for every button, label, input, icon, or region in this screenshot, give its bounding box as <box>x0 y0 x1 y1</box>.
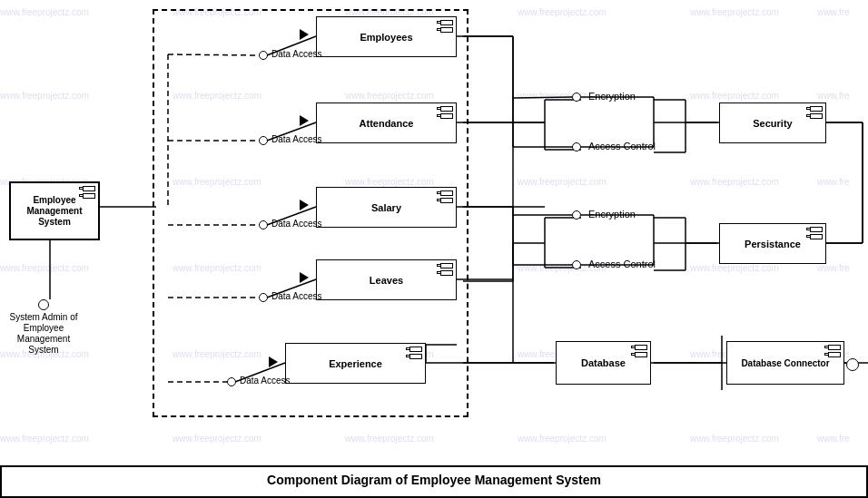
watermark: www.freeprojectz.com <box>518 177 607 187</box>
watermark: www.fre <box>817 91 850 101</box>
system-admin-label: System Admin of Employee Management Syst… <box>7 312 80 356</box>
employees-box: Employees <box>316 16 457 57</box>
title-text: Component Diagram of Employee Management… <box>267 473 601 487</box>
data-access-3-label: Data Access <box>271 219 322 229</box>
encryption-2-label: Encryption <box>588 209 636 220</box>
watermark: www.freeprojectz.com <box>0 434 89 444</box>
employees-label: Employees <box>360 32 412 43</box>
watermark: www.fre <box>817 177 850 187</box>
security-label: Security <box>753 118 792 129</box>
attendance-label: Attendance <box>360 118 414 129</box>
database-connector-label: Database Connector <box>741 358 829 368</box>
watermark: www.fre <box>817 434 850 444</box>
watermark: www.freeprojectz.com <box>0 91 89 101</box>
watermark: www.fre <box>817 7 850 17</box>
leaves-box: Leaves <box>316 259 457 300</box>
watermark: www.freeprojectz.com <box>0 7 89 17</box>
data-access-4-label: Data Access <box>271 291 322 301</box>
database-box: Database <box>556 341 651 385</box>
watermark: www.freeprojectz.com <box>690 7 779 17</box>
attendance-box: Attendance <box>316 103 457 143</box>
salary-label: Salary <box>371 202 401 213</box>
encryption-1-label: Encryption <box>588 91 636 102</box>
experience-arrow <box>269 356 278 367</box>
leaves-label: Leaves <box>370 275 403 286</box>
database-connector-box: Database Connector <box>726 341 844 385</box>
employees-arrow <box>300 29 309 40</box>
diagram-container: www.freeprojectz.com www.freeprojectz.co… <box>0 0 868 498</box>
watermark: www.freeprojectz.com <box>0 263 89 273</box>
watermark: www.freeprojectz.com <box>518 7 607 17</box>
watermark: www.freeprojectz.com <box>345 434 434 444</box>
data-access-1-label: Data Access <box>271 49 322 59</box>
access-control-1-label: Access Control <box>588 141 656 151</box>
access-control-2-label: Access Control <box>588 259 656 269</box>
experience-label: Experience <box>329 358 382 369</box>
persistance-box: Persistance <box>719 223 826 264</box>
db-connector-lollipop <box>846 358 859 371</box>
database-label: Database <box>581 357 626 368</box>
watermark: www.freeprojectz.com <box>690 177 779 187</box>
watermark: www.freeprojectz.com <box>690 91 779 101</box>
salary-arrow <box>300 200 309 210</box>
data-access-5-label: Data Access <box>240 376 291 386</box>
diagram-title: Component Diagram of Employee Management… <box>0 465 868 498</box>
employee-management-system-box: Employee Management System <box>9 181 100 240</box>
leaves-arrow <box>300 272 309 283</box>
persistance-label: Persistance <box>745 239 801 249</box>
svg-line-50 <box>513 97 572 98</box>
security-box: Security <box>719 103 826 143</box>
attendance-arrow <box>300 115 309 126</box>
experience-box: Experience <box>285 343 426 384</box>
watermark: www.fre <box>817 263 850 273</box>
salary-box: Salary <box>316 187 457 228</box>
watermark: www.freeprojectz.com <box>518 434 607 444</box>
data-access-2-label: Data Access <box>271 134 322 144</box>
system-admin-node: System Admin of Employee Management Syst… <box>7 299 80 356</box>
watermark: www.freeprojectz.com <box>173 434 261 444</box>
watermark: www.freeprojectz.com <box>690 263 779 273</box>
employee-management-system-label: Employee Management System <box>13 195 96 228</box>
watermark: www.freeprojectz.com <box>690 434 779 444</box>
